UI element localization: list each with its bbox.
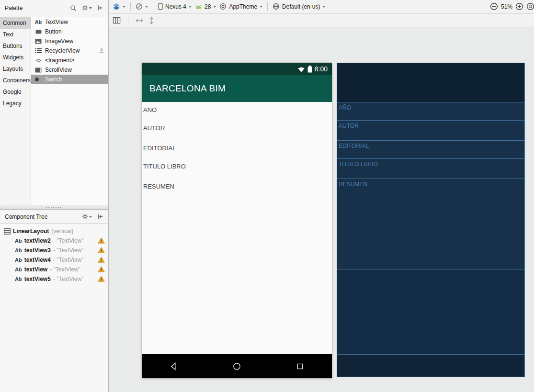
horizontal-size-icon[interactable] bbox=[136, 18, 143, 23]
chevron-down-icon bbox=[89, 216, 92, 218]
palette-category-widgets[interactable]: Widgets bbox=[0, 52, 31, 63]
locale-selector[interactable]: Default (en-us) bbox=[273, 3, 325, 10]
blueprint-textview-autor[interactable]: AUTOR bbox=[337, 121, 524, 141]
palette-item-textview[interactable]: AbTextView bbox=[31, 17, 108, 27]
design-surface-toolbar bbox=[109, 14, 534, 27]
design-content: AÑOAUTOREDITORIALTITULO LIBRORESUMEN bbox=[142, 102, 332, 269]
palette-item-label: Switch bbox=[45, 76, 62, 83]
api-level-icon bbox=[195, 4, 202, 9]
navigation-bar bbox=[142, 354, 332, 378]
toolbar-divider bbox=[267, 2, 268, 11]
palette-category-google[interactable]: Google bbox=[0, 86, 31, 98]
tree-options[interactable] bbox=[82, 213, 92, 220]
tree-item-textview2[interactable]: AbtextView2- "TextView" bbox=[0, 236, 108, 246]
design-surface-selector[interactable] bbox=[113, 3, 125, 11]
blueprint-textview-ano[interactable]: AÑO bbox=[337, 102, 524, 121]
zoom-fit-icon[interactable] bbox=[526, 2, 534, 11]
zoom-level: 51% bbox=[501, 3, 512, 10]
palette-item-recyclerview[interactable]: RecyclerView bbox=[31, 46, 108, 56]
palette-header: Palette bbox=[0, 0, 108, 16]
tree-item-id: textView bbox=[24, 266, 47, 273]
tree-item-label: LinearLayout bbox=[13, 228, 49, 235]
palette-category-common[interactable]: Common bbox=[0, 17, 31, 29]
design-surface-icon bbox=[113, 3, 120, 11]
gear-icon bbox=[82, 213, 88, 220]
search-icon[interactable] bbox=[70, 5, 77, 11]
chevron-down-icon bbox=[260, 6, 262, 8]
warning-icon[interactable] bbox=[98, 247, 105, 253]
blueprint-appbar-region bbox=[337, 63, 524, 102]
palette-item-scrollview[interactable]: ScrollView bbox=[31, 65, 108, 75]
tree-item-text-value: - "TextView" bbox=[53, 247, 84, 254]
home-icon bbox=[232, 362, 241, 371]
download-icon[interactable] bbox=[99, 47, 104, 53]
tree-item-textview5[interactable]: AbtextView5- "TextView" bbox=[0, 274, 108, 284]
orientation-selector[interactable] bbox=[136, 3, 148, 10]
blueprint-view-phone: AÑOAUTOREDITORIALTITULO LIBRORESUMEN bbox=[337, 63, 525, 377]
blueprint-navbar-region bbox=[337, 355, 524, 377]
theme-icon bbox=[219, 3, 227, 10]
orientation-icon bbox=[136, 3, 143, 10]
palette-item-imageview[interactable]: ImageView bbox=[31, 36, 108, 46]
locale-label: Default (en-us) bbox=[282, 3, 320, 10]
warning-icon[interactable] bbox=[98, 237, 105, 244]
imageview-icon bbox=[34, 39, 42, 44]
theme-selector[interactable]: AppTheme bbox=[219, 3, 262, 10]
toolbar-divider bbox=[130, 2, 131, 11]
palette-item-button[interactable]: Button bbox=[31, 27, 108, 36]
chevron-down-icon bbox=[189, 6, 192, 8]
palette-title: Palette bbox=[5, 5, 70, 11]
vertical-size-icon[interactable] bbox=[149, 17, 154, 24]
tree-item-textview3[interactable]: AbtextView3- "TextView" bbox=[0, 246, 108, 255]
palette-category-list: CommonTextButtonsWidgetsLayoutsContainer… bbox=[0, 17, 31, 205]
palette-category-legacy[interactable]: Legacy bbox=[0, 98, 31, 109]
device-selector[interactable]: Nexus 4 bbox=[158, 3, 192, 10]
palette-category-containers[interactable]: Containers bbox=[0, 75, 31, 86]
chevron-down-icon bbox=[145, 6, 148, 8]
component-tree-header: Component Tree bbox=[0, 210, 108, 224]
zoom-in-icon[interactable] bbox=[515, 2, 523, 11]
battery-icon bbox=[307, 66, 312, 73]
api-level-selector[interactable]: 28 bbox=[195, 3, 216, 10]
blueprint-textview-editorial[interactable]: EDITORIAL bbox=[337, 141, 524, 159]
zoom-out-icon[interactable] bbox=[490, 2, 498, 11]
design-textview-autor[interactable]: AUTOR bbox=[142, 120, 332, 140]
design-textview-titulo-libro[interactable]: TITULO LIBRO bbox=[142, 158, 332, 179]
tree-item-id: textView4 bbox=[24, 257, 51, 263]
minimize-icon[interactable] bbox=[97, 5, 103, 11]
device-icon bbox=[158, 3, 163, 10]
component-tree-body: LinearLayout(vertical)AbtextView2- "Text… bbox=[0, 224, 108, 284]
chevron-down-icon bbox=[123, 6, 125, 8]
design-textview-ano[interactable]: AÑO bbox=[142, 102, 332, 120]
minimize-icon[interactable] bbox=[97, 213, 103, 220]
switch-icon bbox=[34, 77, 42, 82]
warning-icon[interactable] bbox=[98, 257, 105, 263]
warning-icon[interactable] bbox=[98, 276, 105, 282]
left-tool-panel: Palette bbox=[0, 0, 109, 392]
palette-category-text[interactable]: Text bbox=[0, 29, 31, 40]
scrollview-icon bbox=[34, 67, 42, 73]
palette-item-label: ImageView bbox=[45, 38, 73, 45]
warning-icon[interactable] bbox=[98, 266, 105, 272]
status-bar: 8:00 bbox=[142, 63, 332, 75]
tree-item-text-value: - "TextView" bbox=[53, 276, 84, 282]
palette-item-switch[interactable]: Switch bbox=[31, 75, 108, 84]
zoom-controls: 51% bbox=[490, 2, 530, 11]
blueprint-textview-resumen[interactable]: RESUMEN bbox=[337, 179, 524, 269]
panel-splitter[interactable] bbox=[0, 205, 108, 210]
design-textview-editorial[interactable]: EDITORIAL bbox=[142, 140, 332, 158]
gear-icon bbox=[82, 5, 88, 11]
tree-item-linearlayout[interactable]: LinearLayout(vertical) bbox=[0, 226, 108, 236]
design-textview-resumen[interactable]: RESUMEN bbox=[142, 179, 332, 269]
app-bar-title: BARCELONA BIM bbox=[149, 83, 226, 94]
blueprint-textview-titulo-libro[interactable]: TITULO LIBRO bbox=[337, 159, 524, 179]
view-options-icon[interactable] bbox=[113, 16, 121, 24]
tree-item-textview4[interactable]: AbtextView4- "TextView" bbox=[0, 255, 108, 265]
tree-item-id: textView2 bbox=[24, 237, 51, 244]
palette-category-buttons[interactable]: Buttons bbox=[0, 40, 31, 52]
palette-item-fragment[interactable]: <><fragment> bbox=[31, 56, 108, 65]
design-view-phone: 8:00 BARCELONA BIM AÑOAUTOREDITORIALTITU… bbox=[142, 63, 332, 378]
palette-options[interactable] bbox=[82, 5, 92, 11]
palette-category-layouts[interactable]: Layouts bbox=[0, 63, 31, 75]
tree-item-textview[interactable]: AbtextView- "TextView" bbox=[0, 265, 108, 274]
